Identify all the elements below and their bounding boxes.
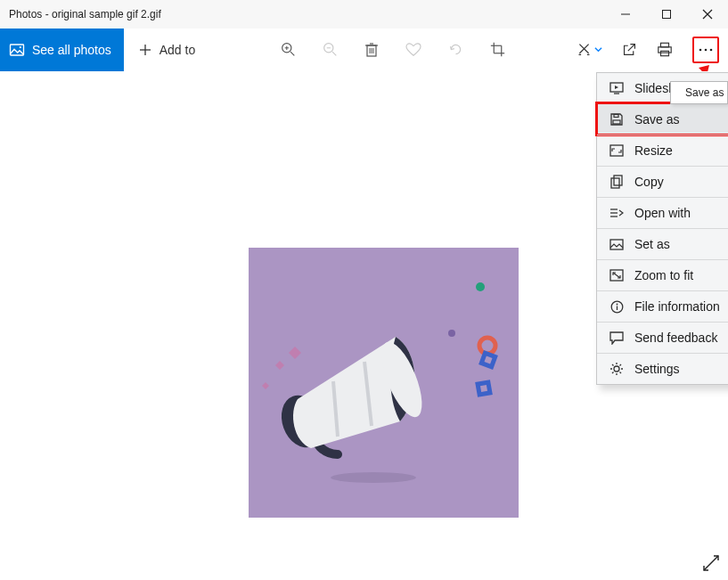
svg-point-28 [699,48,702,51]
tooltip-text: Save as (Ctrl [685,86,728,99]
print-icon[interactable] [657,42,673,57]
menu-label: File information [634,299,728,314]
svg-line-64 [620,372,622,374]
menu-item-save-as[interactable]: Save as [597,103,728,135]
menu-label: Open with [634,206,728,220]
share-icon[interactable] [622,42,637,57]
menu-item-resize[interactable]: Resize [597,135,728,166]
menu-label: Save as [634,112,728,127]
info-icon [609,299,624,314]
rotate-icon[interactable] [448,42,463,57]
zoom-fit-icon [609,268,624,282]
svg-marker-42 [615,86,618,89]
toolbar: See all photos Add to [0,29,728,71]
favorite-icon[interactable] [405,43,421,57]
menu-label: Send feedback [634,331,728,345]
delete-icon[interactable] [364,42,379,57]
svg-rect-47 [611,178,619,188]
svg-line-67 [704,556,718,570]
menu-item-settings[interactable]: Settings [597,353,728,384]
copy-icon [609,175,624,189]
edit-icon [577,42,592,57]
add-to-button[interactable]: Add to [124,29,209,71]
tooltip-save-as: S Save as (Ctrl [670,81,728,104]
zoom-out-icon[interactable] [323,42,338,57]
crop-icon[interactable] [490,42,505,57]
feedback-icon [609,331,624,345]
svg-line-54 [613,273,620,278]
menu-item-copy[interactable]: Copy [597,166,728,197]
svg-point-30 [710,48,713,51]
svg-point-29 [705,48,708,51]
svg-rect-52 [610,240,623,249]
svg-line-13 [332,52,336,55]
window-buttons [605,0,728,29]
svg-point-37 [448,330,455,337]
svg-point-5 [20,45,21,47]
minimize-button[interactable] [605,0,646,29]
svg-rect-44 [613,120,620,124]
svg-rect-45 [614,115,618,118]
plus-icon [138,43,152,57]
save-icon [609,112,624,127]
svg-rect-25 [661,43,669,47]
gear-icon [609,362,624,376]
titlebar: Photos - original sample gif 2.gif [0,0,728,29]
svg-line-65 [612,372,614,374]
menu-label: Resize [634,143,728,158]
chevron-down-icon [594,45,602,53]
close-button[interactable] [687,0,728,29]
zoom-in-icon[interactable] [281,42,296,57]
svg-line-66 [620,364,622,366]
add-to-label: Add to [160,43,195,57]
menu-label: Zoom to fit [634,268,728,282]
svg-point-33 [331,472,416,483]
toolbar-center-icons [209,42,577,57]
svg-line-63 [612,364,614,366]
set-as-icon [609,237,624,251]
menu-item-file-information[interactable]: File information [597,290,728,322]
svg-rect-4 [11,45,24,55]
svg-rect-27 [661,51,669,55]
displayed-image[interactable] [249,248,519,518]
svg-line-9 [290,52,294,55]
menu-item-send-feedback[interactable]: Send feedback [597,322,728,353]
see-all-photos-label: See all photos [32,43,111,57]
more-menu: Slideshow Save as Resize Copy Open with … [596,72,728,385]
edit-dropdown[interactable] [577,42,602,57]
svg-point-58 [614,366,619,372]
window-title: Photos - original sample gif 2.gif [9,8,605,20]
menu-item-set-as[interactable]: Set as [597,228,728,259]
menu-item-zoom-to-fit[interactable]: Zoom to fit [597,259,728,290]
see-all-photos-button[interactable]: See all photos [0,29,124,71]
photo-icon [9,42,25,58]
more-button[interactable] [692,37,719,63]
toolbar-right-icons [577,37,728,63]
svg-point-36 [476,282,485,291]
resize-grip[interactable] [701,553,721,573]
svg-rect-1 [663,11,671,19]
maximize-button[interactable] [646,0,687,29]
resize-icon [609,143,624,158]
menu-label: Set as [634,237,716,251]
slideshow-icon [609,81,624,95]
svg-rect-39 [481,353,495,366]
open-with-icon [609,206,624,220]
svg-rect-48 [614,176,622,185]
menu-label: Copy [634,175,728,189]
svg-point-38 [479,338,495,354]
menu-item-open-with[interactable]: Open with [597,197,728,228]
svg-point-56 [616,303,618,305]
menu-label: Settings [634,362,728,376]
svg-rect-40 [478,382,490,395]
